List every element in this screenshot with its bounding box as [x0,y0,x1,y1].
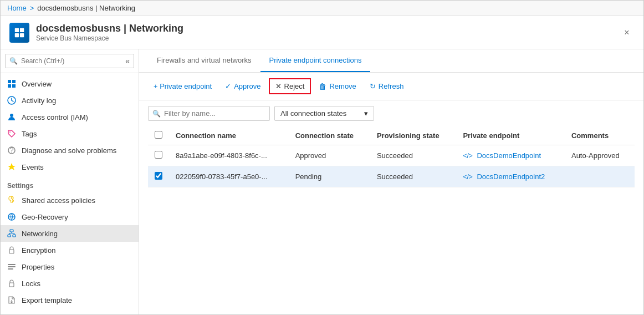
sidebar-label-shared-access: Shared access policies [22,196,95,205]
sidebar-label-overview: Overview [22,80,52,88]
sidebar-item-properties[interactable]: Properties [1,258,139,275]
col-connection-name: Connection name [169,126,289,145]
sidebar-item-access-control[interactable]: Access control (IAM) [1,109,139,125]
approve-checkmark-icon: ✓ [225,82,231,90]
tags-icon [7,129,16,138]
sidebar-label-export-template: Export template [22,296,72,304]
sidebar-item-export-template[interactable]: Export template [1,292,139,308]
filter-wrap: 🔍 [148,106,270,121]
svg-rect-17 [8,235,11,237]
svg-text:?: ? [9,146,13,154]
tabs: Firewalls and virtual networks Private e… [139,49,643,73]
row2-provisioning-state: Succeeded [370,166,457,187]
add-private-endpoint-button[interactable]: + Private endpoint [148,79,217,93]
filter-bar: 🔍 All connection states ▾ [139,100,643,126]
diagnose-icon: ? [7,146,16,155]
remove-button[interactable]: 🗑 Remove [313,79,361,94]
row1-provisioning-state: Succeeded [370,145,457,166]
endpoint-link-1[interactable]: DocsDemoEndpoint [477,151,541,160]
svg-rect-7 [12,84,16,88]
search-input[interactable] [5,54,134,68]
networking-icon [7,229,16,238]
breadcrumb-home[interactable]: Home [7,4,27,12]
namespace-icon [9,23,29,43]
toolbar: + Private endpoint ✓ Approve ✕ Reject 🗑 … [139,73,643,100]
svg-point-14 [11,197,13,199]
svg-rect-3 [20,33,24,37]
sidebar-item-geo-recovery[interactable]: Geo-Recovery [1,209,139,225]
col-comments: Comments [565,126,635,145]
row2-checkbox[interactable] [155,172,162,180]
access-control-icon [7,113,16,121]
select-all-checkbox[interactable] [155,131,162,139]
collapse-icon[interactable]: « [125,57,130,65]
remove-icon: 🗑 [319,82,326,91]
row2-comments [565,166,635,187]
breadcrumb: Home > docsdemosbusns | Networking [1,1,643,16]
sidebar-label-activity-log: Activity log [22,96,56,105]
sidebar-label-encryption: Encryption [22,246,55,255]
header-title: docsdemosbusns | Networking [36,23,183,34]
row2-private-endpoint[interactable]: </> DocsDemoEndpoint2 [456,166,565,187]
row1-connection-name: 8a9a1abe-e09f-4803-8f6c-... [169,145,289,166]
filter-input[interactable] [148,106,270,121]
endpoint-link-2[interactable]: DocsDemoEndpoint2 [477,172,545,181]
export-template-icon [7,296,16,304]
sidebar-item-activity-log[interactable]: Activity log [1,92,139,109]
svg-rect-22 [8,268,13,270]
row1-private-endpoint[interactable]: </> DocsDemoEndpoint [456,145,565,166]
sidebar-item-shared-access[interactable]: Shared access policies [1,192,139,209]
row1-checkbox[interactable] [155,151,162,159]
close-button[interactable]: × [619,25,635,40]
refresh-icon: ↻ [370,82,376,90]
overview-icon [7,79,16,88]
svg-rect-21 [8,266,16,267]
refresh-button[interactable]: ↻ Refresh [364,79,410,93]
svg-rect-19 [9,250,14,253]
events-icon [7,162,16,171]
sidebar-label-locks: Locks [22,280,40,288]
row1-comments: Auto-Approved [565,145,635,166]
header-left: docsdemosbusns | Networking Service Bus … [9,23,183,43]
row2-connection-state: Pending [289,166,370,187]
svg-rect-1 [20,28,24,32]
tab-private-endpoints[interactable]: Private endpoint connections [260,49,371,72]
shared-access-icon [7,196,16,205]
header-subtitle: Service Bus Namespace [36,34,183,42]
encryption-icon [7,246,16,255]
approve-button[interactable]: ✓ Approve [219,79,266,93]
tab-firewalls[interactable]: Firewalls and virtual networks [148,49,260,72]
endpoint-icon-2: </> [463,173,472,181]
sidebar-item-encryption[interactable]: Encryption [1,242,139,258]
header-text: docsdemosbusns | Networking Service Bus … [36,23,183,42]
sidebar-nav: Overview Activity log Access control (IA… [1,73,139,314]
locks-icon [7,279,16,288]
col-provisioning-state: Provisioning state [370,126,457,145]
svg-rect-23 [9,283,14,287]
sidebar-item-locks[interactable]: Locks [1,275,139,292]
connection-state-dropdown[interactable]: All connection states ▾ [274,106,374,121]
search-icon: 🔍 [9,57,18,65]
breadcrumb-separator: > [30,4,34,12]
sidebar-item-events[interactable]: Events [1,159,139,175]
sidebar-item-overview[interactable]: Overview [1,75,139,92]
table-row: 022059f0-0783-45f7-a5e0-... Pending Succ… [148,166,635,187]
dropdown-label: All connection states [280,109,346,118]
sidebar-label-geo-recovery: Geo-Recovery [22,213,68,221]
sidebar: 🔍 « Overview Activity log [1,49,139,314]
svg-rect-16 [10,230,13,232]
chevron-down-icon: ▾ [364,109,368,118]
sidebar-label-diagnose: Diagnose and solve problems [22,146,116,155]
sidebar-label-properties: Properties [22,263,54,271]
reject-button[interactable]: ✕ Reject [269,78,311,94]
sidebar-label-events: Events [22,163,44,171]
content-area: Firewalls and virtual networks Private e… [139,49,643,314]
header: docsdemosbusns | Networking Service Bus … [1,16,643,49]
svg-rect-5 [12,80,16,83]
sidebar-item-diagnose[interactable]: ? Diagnose and solve problems [1,142,139,159]
col-private-endpoint: Private endpoint [456,126,565,145]
connections-table-wrap: Connection name Connection state Provisi… [139,126,643,314]
sidebar-label-access-control: Access control (IAM) [22,113,88,121]
sidebar-item-tags[interactable]: Tags [1,125,139,142]
sidebar-item-networking[interactable]: Networking [1,225,139,242]
